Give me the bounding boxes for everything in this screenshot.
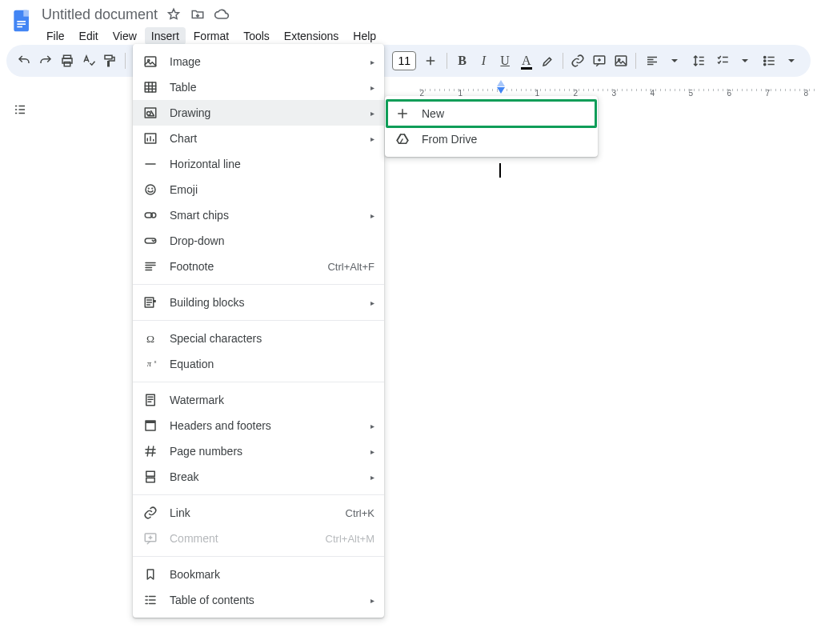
menu-separator (133, 320, 384, 321)
submenu-caret-icon: ▸ (370, 298, 374, 307)
menu-item-label: Horizontal line (170, 158, 374, 170)
menu-item-label: Headers and footers (170, 419, 359, 432)
line-spacing-button[interactable] (687, 50, 710, 72)
menu-item-label: Footnote (170, 260, 316, 273)
menu-separator (133, 284, 384, 285)
docs-logo[interactable] (6, 5, 38, 37)
menu-file[interactable]: File (40, 27, 71, 45)
insert-page-numbers[interactable]: Page numbers ▸ (133, 438, 384, 464)
menu-help[interactable]: Help (346, 27, 382, 45)
left-indent-marker[interactable] (497, 87, 505, 94)
insert-image-button[interactable] (611, 50, 631, 72)
svg-rect-35 (146, 478, 155, 482)
menu-edit[interactable]: Edit (73, 27, 105, 45)
align-button[interactable] (641, 50, 686, 72)
drawing-new[interactable]: New (385, 101, 598, 126)
add-comment-button[interactable] (590, 50, 610, 72)
svg-rect-4 (17, 26, 22, 28)
insert-break[interactable]: Break ▸ (133, 464, 384, 490)
menu-view[interactable]: View (106, 27, 143, 45)
document-outline-button[interactable] (6, 96, 34, 123)
emoji-icon (142, 182, 158, 198)
insert-watermark[interactable]: Watermark (133, 387, 384, 413)
drawing-from-drive[interactable]: From Drive (385, 126, 598, 152)
comment-icon (142, 530, 158, 546)
insert-table[interactable]: Table ▸ (133, 74, 384, 100)
document-page[interactable] (420, 96, 817, 644)
menu-separator (133, 556, 384, 557)
menu-item-label: Special characters (170, 332, 374, 345)
table-icon (142, 79, 158, 95)
insert-chart[interactable]: Chart ▸ (133, 126, 384, 151)
menu-item-label: Watermark (170, 394, 374, 406)
insert-special-characters[interactable]: Ω Special characters (133, 326, 384, 351)
star-icon[interactable] (166, 6, 182, 22)
document-title[interactable]: Untitled document (42, 6, 158, 23)
insert-table-of-contents[interactable]: Table of contents ▸ (133, 587, 384, 613)
font-size-input[interactable] (392, 51, 416, 70)
insert-smart-chips[interactable]: Smart chips ▸ (133, 202, 384, 228)
watermark-icon (142, 392, 158, 408)
insert-drop-down[interactable]: Drop-down (133, 228, 384, 254)
font-size-increase[interactable] (419, 50, 442, 72)
menu-item-label: Drawing (170, 106, 359, 119)
image-icon (142, 54, 158, 70)
menu-item-label: Comment (170, 532, 314, 545)
submenu-caret-icon: ▸ (370, 134, 374, 143)
insert-footnote[interactable]: Footnote Ctrl+Alt+F (133, 254, 384, 279)
menu-insert[interactable]: Insert (145, 27, 186, 45)
print-button[interactable] (58, 50, 78, 72)
spellcheck-button[interactable] (78, 50, 98, 72)
submenu-caret-icon: ▸ (370, 473, 374, 482)
break-icon (142, 469, 158, 485)
menu-tools[interactable]: Tools (237, 27, 276, 45)
menu-item-label: Drop-down (170, 234, 374, 247)
cloud-status-icon[interactable] (214, 6, 230, 22)
text-color-button[interactable]: A (517, 50, 537, 72)
undo-button[interactable] (14, 50, 34, 72)
menu-extensions[interactable]: Extensions (278, 27, 345, 45)
svg-point-13 (764, 60, 766, 62)
checklist-button[interactable] (711, 50, 756, 72)
chart-icon (142, 130, 158, 146)
insert-emoji[interactable]: Emoji (133, 177, 384, 202)
menu-item-label: Emoji (170, 183, 374, 196)
italic-button[interactable]: I (474, 50, 494, 72)
first-line-indent-marker[interactable] (497, 80, 505, 86)
plus-icon (394, 106, 411, 122)
insert-equation[interactable]: πx Equation (133, 351, 384, 377)
menu-item-label: Table (170, 81, 359, 94)
menu-item-label: Image (170, 55, 359, 68)
bulleted-list-button[interactable] (758, 50, 803, 72)
insert-menu: Image ▸ Table ▸ Drawing ▸ Chart ▸ Horizo… (133, 44, 384, 618)
highlight-color-button[interactable] (538, 50, 558, 72)
paint-format-button[interactable] (100, 50, 120, 72)
menu-item-label: From Drive (422, 133, 588, 146)
insert-drawing[interactable]: Drawing ▸ (133, 100, 384, 126)
insert-bookmark[interactable]: Bookmark (133, 562, 384, 587)
app-header: Untitled document File Edit View Insert … (0, 0, 817, 45)
bold-button[interactable]: B (452, 50, 472, 72)
submenu-caret-icon: ▸ (370, 109, 374, 118)
move-folder-icon[interactable] (190, 6, 206, 22)
svg-point-12 (764, 56, 766, 58)
insert-headers-and-footers[interactable]: Headers and footers ▸ (133, 413, 384, 438)
omega-icon: Ω (142, 330, 158, 346)
document-viewport (420, 96, 817, 644)
svg-text:x: x (154, 359, 157, 364)
underline-button[interactable]: U (495, 50, 515, 72)
submenu-caret-icon: ▸ (370, 447, 374, 456)
insert-building-blocks[interactable]: Building blocks ▸ (133, 290, 384, 315)
horizontal-ruler[interactable]: 2112345678910 (420, 80, 817, 93)
text-cursor (499, 163, 501, 178)
insert-image[interactable]: Image ▸ (133, 49, 384, 74)
menu-format[interactable]: Format (187, 27, 235, 45)
dropdown-icon (142, 233, 158, 249)
submenu-caret-icon: ▸ (370, 422, 374, 430)
equation-icon: πx (142, 356, 158, 372)
insert-link[interactable]: Link Ctrl+K (133, 500, 384, 526)
redo-button[interactable] (36, 50, 56, 72)
menu-separator (133, 494, 384, 495)
insert-link-button[interactable] (568, 50, 588, 72)
insert-horizontal-line[interactable]: Horizontal line (133, 151, 384, 177)
